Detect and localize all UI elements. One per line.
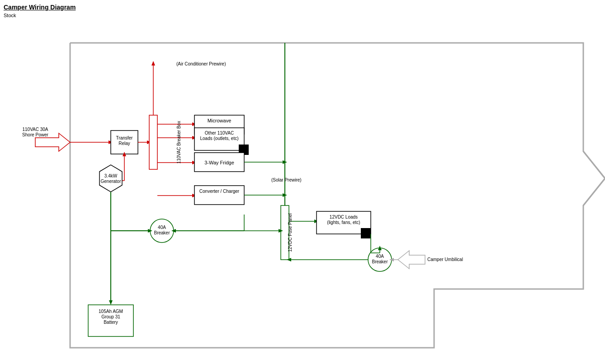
svg-text:Breaker: Breaker (154, 230, 170, 235)
svg-text:(Solar Prewire): (Solar Prewire) (271, 177, 302, 182)
svg-marker-61 (109, 300, 113, 305)
svg-text:(Air Conditioner Prewire): (Air Conditioner Prewire) (176, 61, 226, 66)
svg-text:Breaker: Breaker (372, 259, 388, 264)
svg-text:12VDC Loads: 12VDC Loads (330, 215, 358, 219)
svg-text:Converter / Charger: Converter / Charger (199, 189, 240, 194)
svg-marker-70 (398, 251, 425, 269)
svg-text:110VAC 30A: 110VAC 30A (22, 127, 48, 132)
svg-text:Camper Umbilical: Camper Umbilical (427, 257, 463, 262)
svg-text:12VDC Fuse Panel: 12VDC Fuse Panel (288, 213, 293, 252)
svg-text:Other 110VAC: Other 110VAC (205, 131, 234, 135)
svg-text:Generator: Generator (100, 179, 121, 184)
svg-text:3.4kW: 3.4kW (104, 173, 118, 178)
svg-text:Relay: Relay (118, 141, 130, 146)
svg-text:Group 31: Group 31 (101, 314, 120, 319)
svg-marker-30 (99, 165, 122, 192)
svg-text:3-Way Fridge: 3-Way Fridge (204, 160, 234, 165)
svg-text:105Ah AGM: 105Ah AGM (99, 309, 123, 314)
svg-text:Loads (outlets, etc): Loads (outlets, etc) (200, 136, 238, 141)
svg-text:110VAC Breaker Box: 110VAC Breaker Box (176, 121, 181, 163)
svg-marker-8 (151, 61, 155, 65)
svg-text:Battery: Battery (104, 320, 118, 325)
svg-text:(lights, fans, etc): (lights, fans, etc) (327, 220, 360, 225)
diagram-container: Camper Wiring Diagram Stock (0, 0, 605, 364)
svg-text:Shore Power: Shore Power (22, 132, 48, 137)
svg-text:Transfer: Transfer (116, 135, 133, 140)
svg-text:40A: 40A (158, 225, 166, 230)
svg-text:Microwave: Microwave (208, 118, 232, 123)
svg-rect-43 (361, 228, 371, 238)
svg-text:40A: 40A (376, 254, 384, 259)
svg-rect-6 (149, 115, 157, 169)
